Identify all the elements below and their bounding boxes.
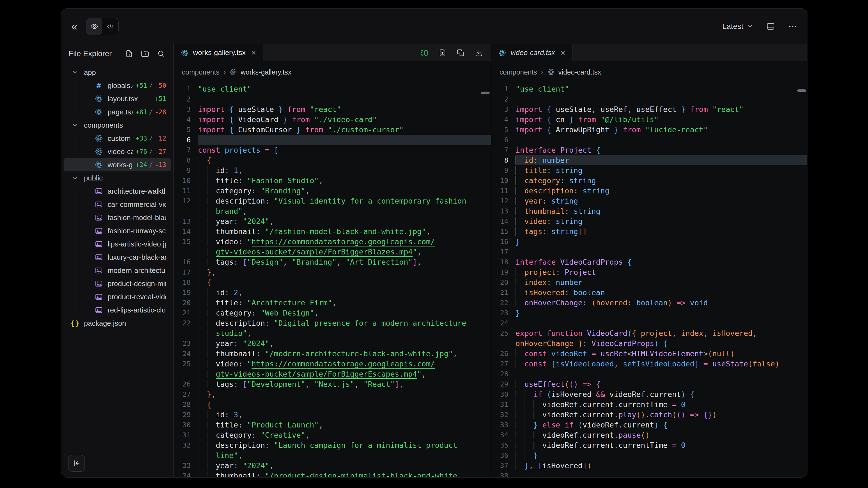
code-line[interactable]: 16 tags: ["Design", "Branding", "Art Dir… [174,257,491,267]
tree-item-works-galler-[interactable]: works-galler…+24/-13 [64,158,171,171]
code-line[interactable]: 30 if (isHovered && videoRef.current) { [491,389,807,399]
panel-layout-button[interactable] [766,22,775,31]
tree-item-app[interactable]: app [64,66,171,79]
code-line[interactable]: 29 useEffect(() => { [491,379,807,389]
code-line[interactable]: 32 videoRef.current.play().catch(() => {… [491,410,807,420]
scrollbar-thumb[interactable] [797,89,806,92]
tree-item-fashion-model-black-[interactable]: fashion-model-black-… [64,211,171,224]
code-line[interactable]: 26 const videoRef = useRef<HTMLVideoElem… [491,349,807,359]
code-line[interactable]: 23} [491,308,807,318]
code-line[interactable]: 19 id: 2, [174,288,491,298]
preview-toggle-button[interactable] [86,18,102,35]
code-line[interactable]: 13 year: "2024", [174,216,491,226]
code-line[interactable]: onHoverChange }: VideoCardProps) { [491,338,807,349]
code-line[interactable]: 31 videoRef.current.currentTime = 0 [491,399,807,410]
search-icon[interactable] [157,50,165,58]
code-line[interactable]: 19 project: Project [491,267,807,277]
code-line[interactable]: 15 video: "https://commondatastorage.goo… [174,236,491,247]
code-line[interactable]: 12 year: string [491,196,807,206]
code-line[interactable]: gtv-videos-bucket/sample/ForBiggerEscape… [174,369,491,379]
code-line[interactable]: 9 title: string [491,165,807,175]
code-line[interactable]: 29 id: 3, [174,410,491,420]
code-line[interactable]: 18 { [174,277,491,288]
code-line[interactable]: 21 isHovered: boolean [491,288,807,298]
close-icon[interactable]: × [561,49,565,57]
breadcrumb-folder[interactable]: components [182,68,219,76]
code-editor-works-gallery[interactable]: 1"use client"23import { useState } from … [174,83,491,477]
collapse-panel-button[interactable]: « [71,21,78,32]
code-line[interactable]: 7const projects = [ [174,145,491,155]
code-line[interactable]: 24 thumbnail: "/modern-architecture-blac… [174,349,491,359]
code-line[interactable]: 22 onHoverChange: (hovered: boolean) => … [491,298,807,308]
code-line[interactable]: 6 [491,135,807,145]
copy-icon[interactable] [457,49,465,57]
tree-item-architecture-walkthro-[interactable]: architecture-walkthro… [64,185,171,198]
breadcrumb-file[interactable]: video-card.tsx [558,68,601,76]
new-file-button[interactable] [125,50,133,58]
code-line[interactable]: 6 [174,135,491,145]
code-line[interactable]: 28 { [174,399,491,410]
code-line[interactable]: 26 tags: ["Development", "Next.js", "Rea… [174,379,491,389]
code-line[interactable]: 21 category: "Web Design", [174,308,491,318]
code-line[interactable]: 33 } else if (videoRef.current) { [491,420,807,430]
code-line[interactable]: 32 description: "Launch campaign for a m… [174,440,491,450]
code-line[interactable]: 16} [491,236,807,247]
code-line[interactable]: 1"use client" [174,84,491,94]
code-toggle-button[interactable] [102,18,118,35]
code-line[interactable]: 4import { VideoCard } from "./video-card… [174,115,491,125]
breadcrumb-file[interactable]: works-gallery.tsx [241,68,291,76]
new-folder-button[interactable] [141,50,149,58]
code-line[interactable]: 3import { useState } from "react" [174,104,491,115]
version-dropdown[interactable]: Latest [722,22,753,31]
tree-item-car-commercial-video-[interactable]: car-commercial-video… [64,198,171,211]
tree-item-custom-curs-[interactable]: custom-curs…+33/-12 [64,132,171,145]
tree-item-lips-artistic-video.jpg[interactable]: lips-artistic-video.jpg [64,237,171,251]
code-line[interactable]: 5import { ArrowUpRight } from "lucide-re… [491,125,807,135]
code-line[interactable]: 15 tags: string[] [491,226,807,236]
tree-item-modern-architecture-[interactable]: modern-architecture-… [64,264,171,277]
code-line[interactable]: 35 videoRef.current.currentTime = 0 [491,440,807,450]
code-line[interactable]: 11 category: "Branding", [174,186,491,196]
breadcrumb-folder[interactable]: components [499,68,537,76]
tree-item-luxury-car-black-and-[interactable]: luxury-car-black-and-… [64,251,171,264]
tree-item-page.tsx[interactable]: page.tsx+81/-28 [64,105,171,119]
code-line[interactable]: 1"use client" [491,84,807,94]
tree-item-package.json[interactable]: {}package.json [64,317,171,330]
tree-item-fashion-runway-scen-[interactable]: fashion-runway-scen… [64,224,171,237]
code-line[interactable]: 18interface VideoCardProps { [491,257,807,267]
tree-item-layout.tsx[interactable]: layout.tsx+51 [64,92,171,105]
code-line[interactable]: 12 description: "Visual identity for a c… [174,196,491,206]
code-line[interactable]: 17 }, [174,267,491,277]
code-line[interactable]: 25export function VideoCard({ project, i… [491,328,807,338]
code-line[interactable]: 27 }, [174,389,491,399]
code-line[interactable]: 9 id: 1, [174,165,491,175]
code-line[interactable]: 10 category: string [491,175,807,186]
code-line[interactable]: 8 { [174,155,491,165]
code-line[interactable]: 20 title: "Architecture Firm", [174,298,491,308]
tree-item-public[interactable]: public [64,171,171,185]
code-line[interactable]: line", [174,450,491,460]
code-line[interactable]: gtv-videos-bucket/sample/ForBiggerBlazes… [174,247,491,257]
tab-video-card[interactable]: video-card.tsx × [491,44,573,61]
code-line[interactable]: studio", [174,328,491,338]
code-line[interactable]: 4import { cn } from "@/lib/utils" [491,115,807,125]
tree-item-globals.css[interactable]: #globals.css+51/-50 [64,79,171,92]
code-line[interactable]: 38 [491,471,807,477]
code-line[interactable]: 36 } [491,450,807,460]
code-line[interactable]: 33 year: "2024", [174,460,491,471]
code-line[interactable]: 14 video: string [491,216,807,226]
close-icon[interactable]: × [251,49,256,57]
code-line[interactable]: 27 const [isVideoLoaded, setIsVideoLoade… [491,359,807,369]
file-diff-button[interactable] [438,49,447,57]
dock-left-button[interactable] [68,455,85,472]
code-line[interactable]: 25 video: "https://commondatastorage.goo… [174,359,491,369]
code-line[interactable]: 34 thumbnail: "/product-design-minimalis… [174,471,491,477]
code-line[interactable]: 13 thumbnail: string [491,206,807,216]
code-line[interactable]: 28 [491,369,807,379]
tree-item-product-design-minim-[interactable]: product-design-minim… [64,277,171,290]
code-line[interactable]: 8 id: number [491,155,807,165]
code-line[interactable]: 31 category: "Creative", [174,430,491,440]
tree-item-components[interactable]: components [64,119,171,132]
code-editor-video-card[interactable]: 1"use client"23import { useState, useRef… [491,83,807,477]
code-line[interactable]: brand", [174,206,491,216]
